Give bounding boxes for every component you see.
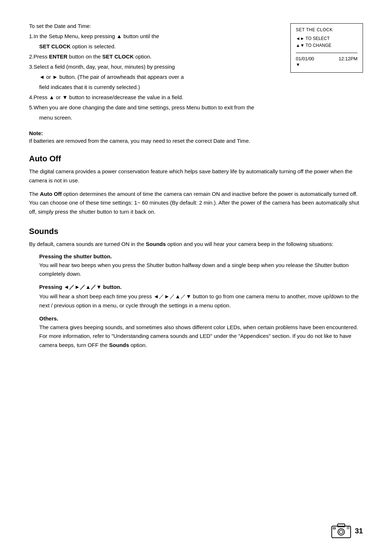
sounds-sub2-heading: Pressing ◄／►／▲／▼ button. xyxy=(39,284,363,291)
svg-point-2 xyxy=(338,529,344,535)
sounds-sub3: Others. The camera gives beeping sounds,… xyxy=(39,315,363,350)
intro-line2b: SET CLOCK option is selected. xyxy=(39,42,279,51)
sounds-sub3-text: The camera gives beeping sounds, and som… xyxy=(39,323,363,350)
clock-instructions: ◄► TO SELECT ▲▼ TO CHANGE xyxy=(296,35,358,49)
auto-off-section: Auto Off The digital camera provides a p… xyxy=(29,154,363,217)
sounds-sub1-text: You will hear two beeps when you press t… xyxy=(39,261,363,279)
clock-arrow-down: ▼ xyxy=(296,62,358,67)
clock-instruction1: ◄► TO SELECT xyxy=(296,35,358,42)
clock-date: 01/01/00 xyxy=(296,56,314,61)
svg-point-3 xyxy=(339,530,343,534)
clock-time: 12:12PM xyxy=(339,56,358,61)
clock-display: 01/01/00 12:12PM xyxy=(296,53,358,61)
sounds-sub2: Pressing ◄／►／▲／▼ button. You will hear a… xyxy=(39,284,363,310)
intro-line1: To set the Date and Time: xyxy=(29,22,279,31)
page-number: 31 xyxy=(355,527,363,535)
auto-off-para2: The Auto Off option determines the amoun… xyxy=(29,190,363,217)
intro-line2: 1.In the Setup Menu, keep pressing ▲ but… xyxy=(29,32,279,41)
auto-off-para1: The digital camera provides a power cons… xyxy=(29,167,363,185)
intro-line5b: field indicates that it is currently sel… xyxy=(39,83,279,92)
intro-line3: 2.Press ENTER button on the SET CLOCK op… xyxy=(29,52,279,61)
svg-rect-6 xyxy=(347,527,349,529)
intro-line5: ◄ or ► button. (The pair of arrowheads t… xyxy=(39,73,279,81)
note-section: Note: If batteries are removed from the … xyxy=(29,130,363,144)
sounds-sub3-heading: Others. xyxy=(39,315,363,322)
page-content: To set the Date and Time: 1.In the Setup… xyxy=(29,22,363,350)
note-label: Note: xyxy=(29,130,363,136)
intro-line7: 5.When you are done changing the date an… xyxy=(29,103,279,112)
intro-text: To set the Date and Time: 1.In the Setup… xyxy=(29,22,279,124)
intro-line4: 3.Select a field (month, day, year, hour… xyxy=(29,62,279,71)
clock-box: SET THE CLOCK ◄► TO SELECT ▲▼ TO CHANGE … xyxy=(290,23,363,73)
sounds-sub1: Pressing the shutter button. You will he… xyxy=(39,253,363,279)
svg-rect-4 xyxy=(333,528,335,529)
sounds-sub1-heading: Pressing the shutter button. xyxy=(39,253,363,259)
intro-section: To set the Date and Time: 1.In the Setup… xyxy=(29,22,363,124)
sounds-sub2-text: You will hear a short beep each time you… xyxy=(39,292,363,310)
sounds-heading: Sounds xyxy=(29,227,363,236)
sounds-para1: By default, camera sounds are turned ON … xyxy=(29,240,363,249)
note-text: If batteries are removed from the camera… xyxy=(29,138,363,144)
clock-title: SET THE CLOCK xyxy=(296,27,358,32)
sounds-section: Sounds By default, camera sounds are tur… xyxy=(29,227,363,350)
clock-instruction2: ▲▼ TO CHANGE xyxy=(296,42,358,49)
page-number-area: 31 xyxy=(331,523,363,538)
auto-off-heading: Auto Off xyxy=(29,154,363,164)
camera-icon xyxy=(331,523,351,538)
intro-line7b: menu screen. xyxy=(39,113,279,122)
intro-line6: 4.Press ▲ or ▼ button to increase/decrea… xyxy=(29,93,279,102)
